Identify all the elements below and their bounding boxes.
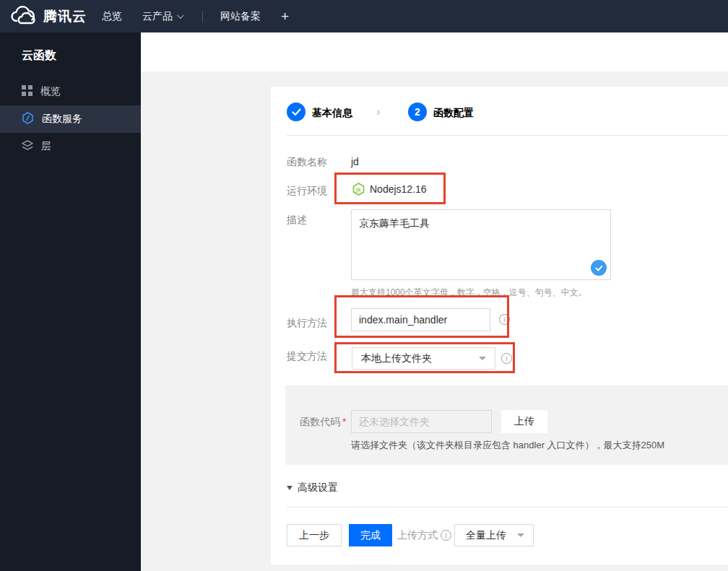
nav-divider <box>202 11 203 22</box>
chevron-down-icon <box>177 12 184 19</box>
function-code-label: 函数代码* <box>300 416 346 429</box>
valid-check-icon <box>591 260 607 276</box>
function-icon <box>22 112 34 126</box>
brand[interactable]: 腾讯云 <box>9 0 87 32</box>
advanced-settings-label: 高级设置 <box>298 481 338 494</box>
upload-mode-label: 上传方式 <box>397 529 438 542</box>
description-help-text: 最大支持1000个英文字母，数字，空格，逗号、句号、中文。 <box>351 287 587 299</box>
upload-mode-select[interactable]: 全量上传 <box>454 524 534 546</box>
nav-item-overview[interactable]: 总览 <box>100 10 124 23</box>
submit-method-value: 本地上传文件夹 <box>361 352 479 365</box>
runtime-value-row: js Nodejs12.16 <box>352 183 427 196</box>
tencent-cloud-logo-icon <box>9 6 37 27</box>
layers-icon <box>22 140 33 153</box>
sidebar-item-layers[interactable]: 层 <box>0 133 141 160</box>
sidebar-title: 云函数 <box>0 32 141 78</box>
upload-mode-info-icon[interactable]: i <box>441 530 451 541</box>
step-2-label: 函数配置 <box>433 107 474 120</box>
caret-down-icon <box>479 357 486 360</box>
advanced-settings-toggle[interactable]: 高级设置 <box>287 481 338 494</box>
previous-step-button[interactable]: 上一步 <box>287 524 342 546</box>
function-code-label-text: 函数代码 <box>300 416 340 427</box>
form-panel <box>271 87 728 565</box>
submit-method-select[interactable]: 本地上传文件夹 <box>352 347 495 370</box>
nav-item-icp[interactable]: 网站备案 <box>219 10 262 23</box>
runtime-value: Nodejs12.16 <box>370 183 427 195</box>
caret-down-icon <box>517 533 524 537</box>
grid-icon <box>22 85 32 98</box>
top-nav: 腾讯云 总览 云产品 网站备案 + <box>0 0 728 32</box>
page-header <box>141 32 728 71</box>
function-name-label: 函数名称 <box>287 156 327 169</box>
sidebar-item-function-service[interactable]: 函数服务 <box>0 105 141 133</box>
nodejs-icon: js <box>352 183 365 196</box>
step-2-indicator: 2 <box>408 103 427 121</box>
submit-method-info-icon[interactable]: i <box>501 353 512 364</box>
nav-item-products[interactable]: 云产品 <box>141 10 183 23</box>
sidebar: 云函数 概览 函数服务 层 <box>0 32 141 571</box>
description-label: 描述 <box>287 214 307 227</box>
description-textarea[interactable]: 京东薅羊毛工具 <box>351 209 611 280</box>
upload-button[interactable]: 上传 <box>501 410 547 433</box>
sidebar-item-overview[interactable]: 概览 <box>0 78 141 105</box>
chevron-right-icon: › <box>376 105 381 119</box>
sidebar-item-label: 概览 <box>40 85 61 98</box>
handler-label: 执行方法 <box>287 317 327 330</box>
function-code-help-text: 请选择文件夹（该文件夹根目录应包含 handler 入口文件），最大支持250M <box>351 439 664 452</box>
handler-input[interactable] <box>351 308 490 331</box>
nav-item-products-label: 云产品 <box>142 10 173 23</box>
handler-info-icon[interactable]: i <box>499 314 510 325</box>
top-nav-items: 总览 云产品 网站备案 + <box>100 0 289 32</box>
sidebar-item-label: 函数服务 <box>42 113 82 126</box>
divider <box>287 507 728 507</box>
divider <box>287 135 728 136</box>
svg-text:js: js <box>355 186 360 193</box>
add-tab-icon[interactable]: + <box>281 9 289 25</box>
check-icon <box>292 108 301 116</box>
finish-button[interactable]: 完成 <box>349 524 392 546</box>
step-1-indicator <box>287 103 306 121</box>
triangle-down-icon <box>287 486 292 490</box>
runtime-label: 运行环境 <box>287 185 327 198</box>
step-1-label: 基本信息 <box>312 107 352 120</box>
step-2-number: 2 <box>415 106 420 118</box>
submit-method-label: 提交方法 <box>287 350 327 363</box>
upload-mode-row: 上传方式 i <box>397 524 451 546</box>
sidebar-item-label: 层 <box>41 140 51 153</box>
function-name-value: jd <box>351 156 359 167</box>
required-asterisk: * <box>342 416 346 427</box>
brand-name: 腾讯云 <box>43 7 87 26</box>
upload-mode-value: 全量上传 <box>466 529 517 542</box>
folder-path-input[interactable] <box>351 410 492 433</box>
